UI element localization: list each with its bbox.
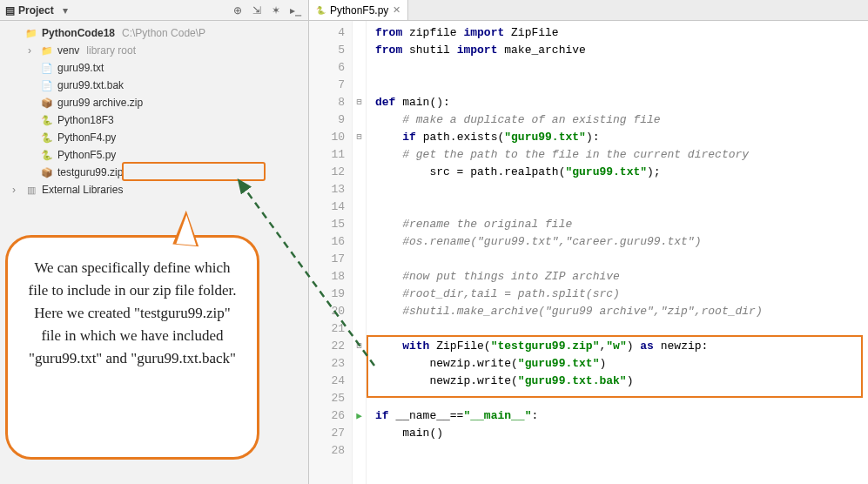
code-line-18[interactable]: #now put things into ZIP archive: [375, 268, 868, 286]
tree-item-label: guru99 archive.zip: [57, 97, 143, 109]
dropdown-icon[interactable]: ▾: [57, 3, 73, 18]
code-line-28[interactable]: [375, 442, 868, 460]
tree-item-testguru99-zip[interactable]: 📦testguru99.zip: [0, 164, 308, 181]
tree-item-label: testguru99.zip: [57, 166, 123, 178]
code-line-19[interactable]: #root_dir,tail = path.split(src): [375, 286, 868, 303]
project-panel-title: ▤ Project: [5, 4, 54, 17]
line-number: 14: [309, 198, 345, 216]
fold-icon[interactable]: ⊟: [353, 129, 366, 146]
txt-icon: 📄: [40, 62, 54, 74]
code-line-6[interactable]: [375, 59, 868, 77]
code-line-15[interactable]: #rename the original file: [375, 216, 868, 233]
project-icon: ▤: [5, 4, 15, 17]
tree-item-label: PythonF5.py: [57, 149, 116, 161]
tree-item-guru99-txt[interactable]: 📄guru99.txt: [0, 59, 308, 77]
line-number: 22: [309, 338, 345, 355]
code-line-23[interactable]: newzip.write("guru99.txt"): [375, 355, 868, 373]
expand-icon[interactable]: ›: [12, 184, 21, 196]
line-number: 27: [309, 425, 345, 442]
code-line-21[interactable]: [375, 320, 868, 338]
tree-item-venv[interactable]: ›📁venvlibrary root: [0, 42, 308, 59]
tree-item-pythonf5-py[interactable]: 🐍PythonF5.py: [0, 146, 308, 164]
📁-icon: 📁: [24, 27, 38, 39]
line-number: 18: [309, 268, 345, 286]
zip-icon: 📦: [40, 166, 54, 178]
hide-icon[interactable]: ▸⎯: [287, 3, 303, 18]
code-line-7[interactable]: [375, 77, 868, 94]
tree-item-external-libraries[interactable]: ›▥External Libraries: [0, 181, 308, 198]
py-icon: 🐍: [40, 131, 54, 144]
line-number: 5: [309, 42, 345, 59]
code-area[interactable]: from zipfile import ZipFilefrom shutil i…: [367, 21, 868, 484]
code-line-10[interactable]: if path.exists("guru99.txt"):: [375, 129, 868, 146]
code-line-13[interactable]: [375, 181, 868, 198]
editor-panel: 🐍 PythonF5.py ✕ 456789101112131415161718…: [309, 0, 868, 484]
code-line-5[interactable]: from shutil import make_archive: [375, 42, 868, 59]
run-marker-icon[interactable]: ▶: [356, 407, 362, 425]
tree-item-label: guru99.txt.bak: [57, 79, 124, 91]
collapse-icon[interactable]: ⇲: [249, 3, 265, 18]
fold-gutter: ⊟⊟⊟▶: [353, 21, 367, 484]
editor-tab[interactable]: 🐍 PythonF5.py ✕: [309, 0, 408, 20]
line-number: 24: [309, 373, 345, 390]
line-number: 21: [309, 320, 345, 338]
code-line-27[interactable]: main(): [375, 425, 868, 442]
code-line-14[interactable]: [375, 198, 868, 216]
project-panel-header: ▤ Project ▾ ⊕ ⇲ ✶ ▸⎯: [0, 0, 308, 21]
📁-icon: 📁: [40, 44, 54, 57]
expand-icon[interactable]: ›: [28, 44, 37, 57]
line-number: 6: [309, 59, 345, 77]
line-number: 13: [309, 181, 345, 198]
fold-icon[interactable]: ⊟: [353, 338, 366, 355]
tree-item-label: PythonCode18: [42, 27, 115, 39]
code-line-26[interactable]: if __name__=="__main__":: [375, 407, 868, 425]
editor-tab-bar: 🐍 PythonF5.py ✕: [309, 0, 868, 21]
line-number: 23: [309, 355, 345, 373]
lib-icon: ▥: [24, 184, 38, 196]
project-panel-title-text: Project: [18, 4, 54, 17]
tree-item-pythoncode18[interactable]: 📁PythonCode18C:\Python Code\P: [0, 24, 308, 42]
fold-icon[interactable]: ⊟: [353, 94, 366, 111]
tree-item-python18f3[interactable]: 🐍Python18F3: [0, 111, 308, 129]
line-number: 8: [309, 94, 345, 111]
project-tree[interactable]: 📁PythonCode18C:\Python Code\P›📁venvlibra…: [0, 21, 308, 202]
code-line-22[interactable]: with ZipFile("testguru99.zip","w") as ne…: [375, 338, 868, 355]
code-line-9[interactable]: # make a duplicate of an existing file: [375, 111, 868, 129]
line-number-gutter: 4567891011121314151617181920212223242526…: [309, 21, 353, 484]
code-line-24[interactable]: newzip.write("guru99.txt.bak"): [375, 373, 868, 390]
line-number: 25: [309, 390, 345, 407]
tree-item-pythonf4-py[interactable]: 🐍PythonF4.py: [0, 129, 308, 146]
code-line-4[interactable]: from zipfile import ZipFile: [375, 24, 868, 42]
tree-item-label: Python18F3: [57, 114, 114, 126]
code-line-25[interactable]: [375, 390, 868, 407]
code-line-17[interactable]: [375, 251, 868, 268]
close-icon[interactable]: ✕: [393, 4, 400, 16]
line-number: 20: [309, 303, 345, 320]
tree-item-label: PythonF4.py: [57, 131, 116, 144]
gear-icon[interactable]: ✶: [268, 3, 284, 18]
line-number: 26: [309, 407, 345, 425]
code-line-12[interactable]: src = path.realpath("guru99.txt");: [375, 164, 868, 181]
code-line-20[interactable]: #shutil.make_archive("guru99 archive","z…: [375, 303, 868, 320]
line-number: 12: [309, 164, 345, 181]
tree-item-guru99-archive-zip[interactable]: 📦guru99 archive.zip: [0, 94, 308, 111]
line-number: 7: [309, 77, 345, 94]
txt-icon: 📄: [40, 79, 54, 91]
line-number: 17: [309, 251, 345, 268]
py-icon: 🐍: [40, 149, 54, 161]
target-icon[interactable]: ⊕: [230, 3, 246, 18]
code-editor[interactable]: 4567891011121314151617181920212223242526…: [309, 21, 868, 484]
tree-item-hint: C:\Python Code\P: [122, 27, 205, 39]
code-line-8[interactable]: def main():: [375, 94, 868, 111]
python-file-icon: 🐍: [316, 6, 326, 15]
zip-icon: 📦: [40, 97, 54, 109]
tree-item-guru99-txt-bak[interactable]: 📄guru99.txt.bak: [0, 77, 308, 94]
line-number: 10: [309, 129, 345, 146]
line-number: 19: [309, 286, 345, 303]
tree-item-label: External Libraries: [42, 184, 123, 196]
tree-item-label: guru99.txt: [57, 62, 104, 74]
annotation-text: We can specifically define which file to…: [29, 259, 237, 366]
code-line-16[interactable]: #os.rename("guru99.txt","career.guru99.t…: [375, 233, 868, 251]
code-line-11[interactable]: # get the path to the file in the curren…: [375, 146, 868, 164]
line-number: 11: [309, 146, 345, 164]
